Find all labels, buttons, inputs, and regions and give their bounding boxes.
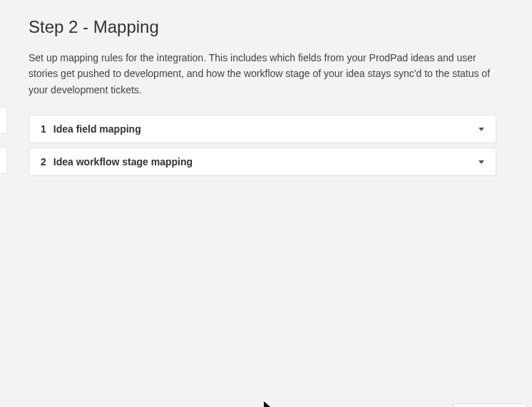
accordion-header-left: 1 Idea field mapping [41,123,141,135]
page-title: Step 2 - Mapping [29,17,496,37]
accordion-header-left: 2 Idea workflow stage mapping [41,156,193,168]
side-divider-2 [0,147,7,174]
bottom-partial-button [453,403,527,407]
chevron-down-icon [479,160,484,164]
accordion-number: 1 [41,123,46,135]
main-content: Step 2 - Mapping Set up mapping rules fo… [0,0,513,193]
accordion-idea-workflow-stage-mapping[interactable]: 2 Idea workflow stage mapping [29,148,496,176]
accordion-number: 2 [41,156,46,168]
accordion-label: Idea workflow stage mapping [53,156,193,168]
side-divider-1 [0,107,7,134]
chevron-down-icon [479,128,484,131]
page-description: Set up mapping rules for the integration… [29,50,496,98]
accordion-list: 1 Idea field mapping 2 Idea workflow sta… [29,115,496,176]
cursor-icon [264,401,272,407]
accordion-idea-field-mapping[interactable]: 1 Idea field mapping [29,115,496,143]
accordion-label: Idea field mapping [53,123,141,135]
